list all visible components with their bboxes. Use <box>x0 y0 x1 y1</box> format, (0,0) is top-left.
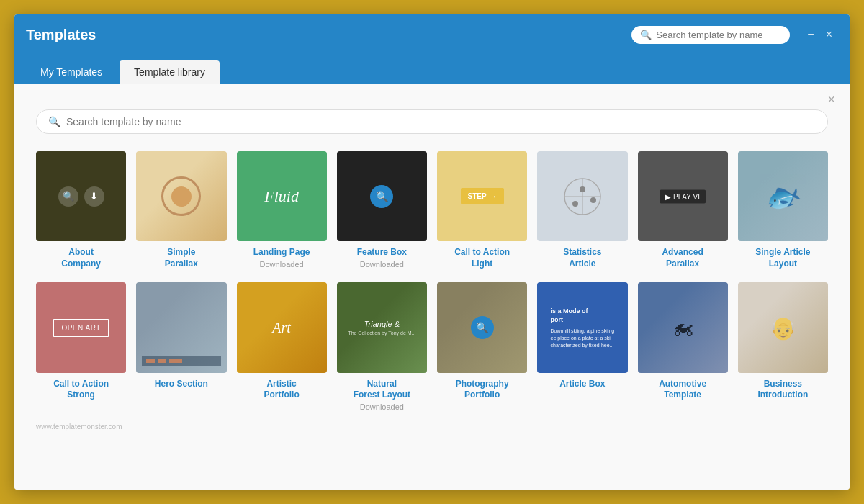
template-thumb-hero <box>136 282 226 372</box>
template-thumb-advanced: ▶ PLAY VI <box>638 151 728 241</box>
tabs-bar: My Templates Template library <box>14 55 850 84</box>
header-search-box[interactable]: 🔍 <box>631 26 790 44</box>
template-name-automotive: AutomotiveTemplate <box>659 379 706 401</box>
template-name-natural: NaturalForest Layout <box>354 379 410 401</box>
template-card-hero[interactable]: Hero Section <box>136 282 226 410</box>
step-arrow: STEP → <box>461 188 504 204</box>
main-window: Templates 🔍 − × My Templates Template li… <box>14 14 850 490</box>
feature-search-icon: 🔍 <box>370 185 393 208</box>
template-badge-feature: Downloaded <box>360 260 404 269</box>
inner-search-box[interactable]: 🔍 <box>36 109 828 134</box>
template-name-landing: Landing Page <box>253 247 310 258</box>
template-card-feature-box[interactable]: 🔍 Feature Box Downloaded <box>337 151 427 269</box>
cta-open-button: OPEN ART <box>53 319 109 337</box>
template-card-natural[interactable]: Triangle & The Collection by Tony de M..… <box>337 282 427 410</box>
template-thumb-single <box>738 151 828 241</box>
svg-point-3 <box>580 186 585 192</box>
template-name-article-box: Article Box <box>559 379 605 390</box>
template-name-about: AboutCompany <box>61 247 101 269</box>
tab-my-templates[interactable]: My Templates <box>26 60 117 84</box>
template-name-single: Single ArticleLayout <box>755 247 810 269</box>
inner-search-input[interactable] <box>66 116 816 127</box>
template-thumb-article-box: is a Mode ofport Downhill skiing, alpine… <box>537 282 627 372</box>
watermark: www.templatemonster.com <box>36 423 828 431</box>
template-name-hero: Hero Section <box>155 379 208 390</box>
template-name-cta-strong: Call to ActionStrong <box>53 379 109 401</box>
template-thumb-business: 👴 <box>738 282 828 372</box>
window-title: Templates <box>26 27 631 43</box>
templates-grid-row1: 🔍 ⬇ AboutCompany SimpleParallax Fluid <box>36 151 828 269</box>
thumb-search-icon: 🔍 <box>58 186 78 207</box>
titlebar: Templates 🔍 − × <box>14 14 850 55</box>
template-card-photography[interactable]: 🔍 PhotographyPortfolio <box>437 282 527 410</box>
template-name-cta-light: Call to ActionLight <box>454 247 510 269</box>
minimize-button[interactable]: − <box>801 25 819 44</box>
inner-search-icon: 🔍 <box>48 116 60 127</box>
template-thumb-stats <box>537 151 627 241</box>
thumb-download-icon: ⬇ <box>84 186 104 207</box>
stats-svg <box>561 175 604 218</box>
template-name-business: BusinessIntroduction <box>757 379 808 401</box>
template-thumb-cta-strong: OPEN ART <box>36 282 126 372</box>
content-area: × 🔍 🔍 ⬇ AboutCompany <box>14 84 850 490</box>
template-card-artistic[interactable]: Art ArtisticPortfolio <box>237 282 327 410</box>
template-thumb-about: 🔍 ⬇ <box>36 151 126 241</box>
template-card-cta-strong[interactable]: OPEN ART Call to ActionStrong <box>36 282 126 410</box>
template-card-about-company[interactable]: 🔍 ⬇ AboutCompany <box>36 151 126 269</box>
template-name-artistic: ArtisticPortfolio <box>264 379 299 401</box>
template-card-single-article[interactable]: Single ArticleLayout <box>738 151 828 269</box>
template-thumb-landing: Fluid <box>237 151 327 241</box>
play-badge: ▶ PLAY VI <box>660 189 706 203</box>
template-card-stats[interactable]: StatisticsArticle <box>537 151 627 269</box>
template-name-advanced: AdvancedParallax <box>662 247 703 269</box>
landing-text: Fluid <box>264 187 299 206</box>
photo-search-icon: 🔍 <box>471 316 494 339</box>
templates-grid-row2: OPEN ART Call to ActionStrong Hero Secti… <box>36 282 828 410</box>
tab-template-library[interactable]: Template library <box>120 60 220 84</box>
template-thumb-parallax <box>136 151 226 241</box>
template-name-photography: PhotographyPortfolio <box>456 379 509 401</box>
template-thumb-artistic: Art <box>237 282 327 372</box>
template-thumb-feature: 🔍 <box>337 151 427 241</box>
inner-close-button[interactable]: × <box>827 92 835 107</box>
template-card-business[interactable]: 👴 BusinessIntroduction <box>738 282 828 410</box>
svg-point-4 <box>572 201 578 207</box>
template-thumb-photography: 🔍 <box>437 282 527 372</box>
template-card-simple-parallax[interactable]: SimpleParallax <box>136 151 226 269</box>
template-badge-natural: Downloaded <box>360 402 404 411</box>
template-thumb-cta-light: STEP → <box>437 151 527 241</box>
template-thumb-natural: Triangle & The Collection by Tony de M..… <box>337 282 427 372</box>
template-card-cta-light[interactable]: STEP → Call to ActionLight <box>437 151 527 269</box>
template-name-stats: StatisticsArticle <box>563 247 601 269</box>
template-name-feature: Feature Box <box>357 247 407 258</box>
template-card-advanced[interactable]: ▶ PLAY VI AdvancedParallax <box>638 151 728 269</box>
template-card-article-box[interactable]: is a Mode ofport Downhill skiing, alpine… <box>537 282 627 410</box>
template-name-parallax: SimpleParallax <box>165 247 198 269</box>
template-badge-landing: Downloaded <box>260 260 304 269</box>
header-search-icon: 🔍 <box>640 30 652 40</box>
close-button[interactable]: × <box>820 25 838 44</box>
template-card-automotive[interactable]: 🏍 AutomotiveTemplate <box>638 282 728 410</box>
template-card-landing-page[interactable]: Fluid Landing Page Downloaded <box>237 151 327 269</box>
header-search-input[interactable] <box>656 30 781 40</box>
template-thumb-automotive: 🏍 <box>638 282 728 372</box>
svg-point-5 <box>590 197 596 203</box>
